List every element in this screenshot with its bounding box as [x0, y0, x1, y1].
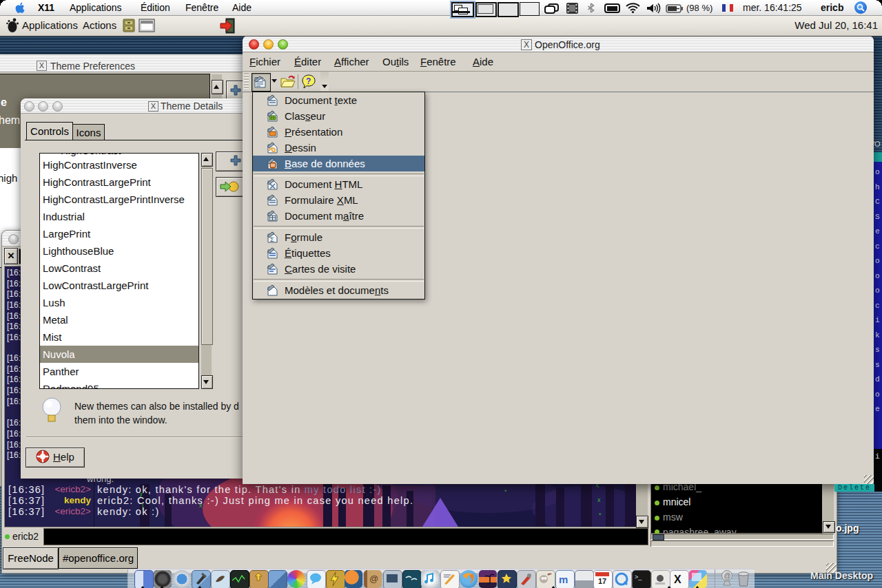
svg-text:*: * [504, 488, 507, 495]
svg-text:*: * [599, 512, 602, 518]
svg-text:?: ? [306, 76, 311, 86]
svg-text:>_: >_ [635, 574, 642, 580]
svg-text:17: 17 [598, 577, 606, 585]
svg-text:@: @ [724, 572, 731, 580]
svg-text:x: x [597, 496, 601, 503]
svg-text:Σ: Σ [270, 236, 274, 243]
svg-text:m: m [559, 574, 568, 585]
svg-text:@: @ [369, 574, 378, 584]
svg-text:X: X [674, 574, 681, 585]
